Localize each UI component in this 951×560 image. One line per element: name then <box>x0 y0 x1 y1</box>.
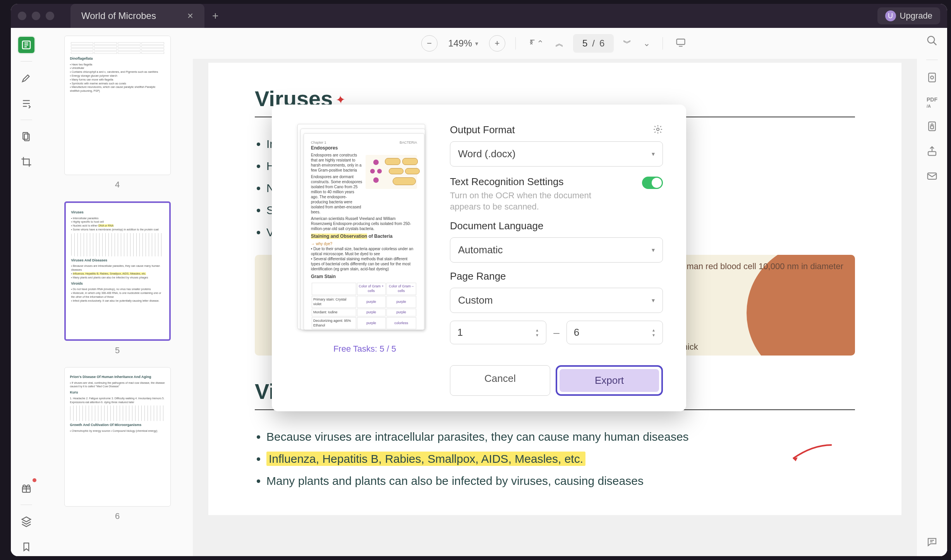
chevron-down-icon: ▾ <box>652 150 655 158</box>
app-window: World of Microbes ✕ + U Upgrade <box>11 4 947 556</box>
language-select[interactable]: Automatic ▾ <box>450 237 663 263</box>
format-settings-button[interactable] <box>653 124 663 136</box>
cancel-button[interactable]: Cancel <box>450 365 550 396</box>
page-range-label: Page Range <box>450 270 663 282</box>
select-value: Word (.docx) <box>458 148 515 160</box>
export-button[interactable]: Export <box>560 369 659 392</box>
ocr-toggle[interactable] <box>642 177 663 189</box>
stepper-icon[interactable]: ▲▼ <box>652 328 656 337</box>
export-preview: Chapter 1BACTERIA Endospores Endospores … <box>295 124 434 396</box>
range-from-input[interactable]: 1 ▲▼ <box>450 321 546 344</box>
page-range-select[interactable]: Custom ▾ <box>450 288 663 313</box>
select-value: Custom <box>458 294 493 306</box>
ocr-description: Turn on the OCR when the document appear… <box>450 190 613 212</box>
output-format-label: Output Format <box>450 124 515 136</box>
svg-point-12 <box>657 128 659 131</box>
select-value: Automatic <box>458 244 503 256</box>
stepper-icon[interactable]: ▲▼ <box>535 328 539 337</box>
chevron-down-icon: ▾ <box>652 297 655 304</box>
export-modal: Chapter 1BACTERIA Endospores Endospores … <box>272 105 686 411</box>
output-format-select[interactable]: Word (.docx) ▾ <box>450 141 663 167</box>
free-tasks-label: Free Tasks: 5 / 5 <box>295 344 434 354</box>
export-modal-overlay: Chapter 1BACTERIA Endospores Endospores … <box>11 4 947 556</box>
export-button-focus-ring: Export <box>556 365 663 396</box>
ocr-label: Text Recognition Settings <box>450 176 613 188</box>
export-form: Output Format Word (.docx) ▾ Text Recogn… <box>450 124 663 396</box>
chevron-down-icon: ▾ <box>652 246 655 254</box>
range-to-value: 6 <box>574 326 579 338</box>
range-from-value: 1 <box>457 326 463 338</box>
language-label: Document Language <box>450 220 663 232</box>
range-to-input[interactable]: 6 ▲▼ <box>566 321 663 344</box>
